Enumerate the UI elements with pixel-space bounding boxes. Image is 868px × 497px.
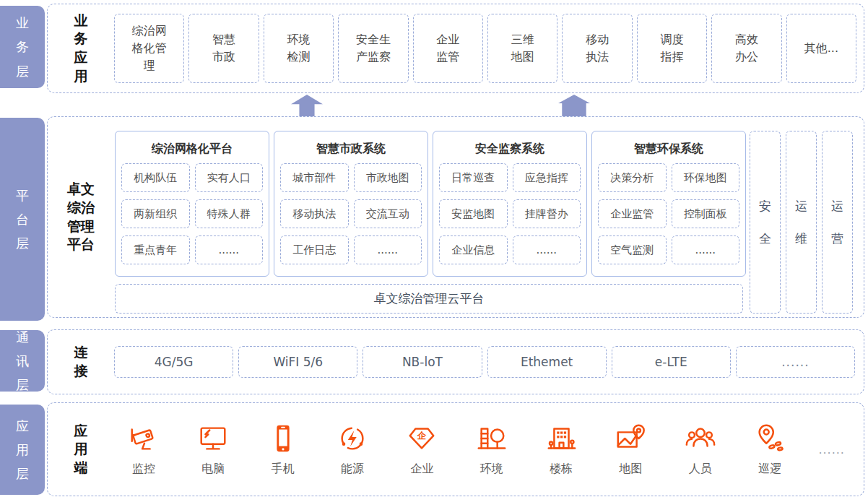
business-items-row: 综治网 格化管 理 智慧 市政 环境 检测 安全生 产监察 企业 监管 三维 地…: [114, 4, 864, 92]
group-title: 综治网格化平台: [121, 134, 263, 163]
app-item-building: 楼栋: [540, 422, 582, 477]
communication-sublabel: 连 接: [48, 330, 114, 394]
business-item: 其他...: [786, 14, 856, 83]
group-item: 市政地图: [354, 163, 422, 192]
group-item: 城市部件: [280, 163, 349, 192]
phone-icon: [266, 422, 300, 455]
patrol-pin-icon: [753, 422, 786, 455]
group-item: 安监地图: [439, 199, 508, 228]
pillar-operation-maintenance: 运 维: [786, 131, 817, 314]
app-item-label: 监控: [132, 462, 155, 477]
app-item-more: ......: [818, 443, 845, 457]
business-item: 智慧 市政: [188, 14, 259, 83]
comm-item: WiFI 5/6: [238, 346, 357, 378]
group-items: 城市部件 市政地图 移动执法 交流互动 工作日志 ......: [280, 163, 422, 264]
comm-item: 4G/5G: [114, 346, 233, 378]
application-layer-container: 应 用 端 监控 电脑: [47, 402, 864, 496]
group-item: 决策分析: [598, 163, 667, 192]
building-icon: [544, 422, 578, 455]
comm-item-more: ......: [736, 346, 855, 378]
business-item: 调度 指挥: [637, 14, 707, 83]
comm-item: NB-loT: [363, 346, 482, 378]
group-item: 企业监管: [598, 199, 667, 228]
group-item: 特殊人群: [195, 199, 264, 228]
app-item-map: 地图: [609, 422, 651, 477]
app-item-label: 巡逻: [758, 462, 781, 477]
app-item-phone: 手机: [262, 422, 304, 477]
enterprise-gem-icon: 企: [405, 422, 438, 455]
app-item-patrol: 巡逻: [749, 422, 791, 477]
communication-layer-container: 连 接 4G/5G WiFI 5/6 NB-loT Ethemet e-LTE …: [47, 329, 864, 394]
group-item: 控制面板: [672, 199, 740, 228]
app-item-label: 手机: [272, 462, 295, 477]
app-item-people: 人员: [680, 422, 721, 477]
group-item: 空气监测: [598, 235, 667, 264]
group-title: 智慧市政系统: [280, 134, 422, 163]
app-item-label: 人员: [689, 462, 712, 477]
platform-layer-tab: 平 台 层: [0, 118, 45, 321]
group-title: 智慧环保系统: [598, 134, 739, 163]
pillar-operations: 运 营: [822, 131, 853, 314]
group-item: 工作日志: [280, 235, 349, 264]
application-items-row: 监控 电脑 手机: [114, 403, 864, 496]
group-item: 日常巡查: [439, 163, 508, 192]
group-items: 决策分析 环保地图 企业监管 控制面板 空气监测 ......: [598, 163, 739, 264]
application-sublabel: 应 用 端: [48, 403, 114, 496]
environment-icon: [475, 422, 508, 455]
platform-content: 综治网格化平台 机构队伍 实有人口 两新组织 特殊人群 重点青年 ...... …: [114, 117, 864, 317]
group-item: 重点青年: [121, 235, 190, 264]
business-sublabel: 业 务 应 用: [48, 4, 114, 92]
comm-item: Ethemet: [487, 346, 607, 378]
business-item: 安全生 产监察: [338, 14, 408, 83]
cloud-platform-box: 卓文综治管理云平台: [115, 284, 743, 314]
app-item-label: 企业: [410, 462, 433, 477]
app-item-monitor: 监控: [123, 422, 165, 477]
up-arrow-icon: [558, 95, 590, 116]
app-item-label: 楼栋: [550, 462, 573, 477]
app-item-label: 地图: [619, 462, 642, 477]
group-items: 日常巡查 应急指挥 安监地图 挂牌督办 企业信息 ......: [439, 163, 581, 264]
group-item: ......: [195, 235, 264, 264]
business-item: 三维 地图: [487, 14, 557, 83]
group-grid-platform: 综治网格化平台 机构队伍 实有人口 两新组织 特殊人群 重点青年 ......: [115, 131, 269, 277]
app-item-label: 能源: [341, 462, 364, 477]
business-layer-tab: 业 务 层: [0, 6, 45, 88]
map-icon: [614, 422, 647, 455]
group-smart-municipal: 智慧市政系统 城市部件 市政地图 移动执法 交流互动 工作日志 ......: [274, 131, 428, 277]
group-smart-environment: 智慧环保系统 决策分析 环保地图 企业监管 控制面板 空气监测 ......: [591, 131, 746, 277]
app-item-enterprise: 企 企业: [401, 422, 443, 477]
application-layer-tab: 应 用 层: [0, 405, 45, 495]
energy-icon: [336, 422, 369, 455]
app-item-label: 环境: [480, 462, 503, 477]
group-item: 交流互动: [354, 199, 422, 228]
business-layer-container: 业 务 应 用 综治网 格化管 理 智慧 市政 环境 检测 安全生 产监察 企业…: [47, 4, 864, 93]
app-item-label: 电脑: [201, 462, 225, 477]
cctv-camera-icon: [127, 422, 160, 455]
group-item: 实有人口: [195, 163, 264, 192]
up-arrow-icon: [291, 95, 323, 116]
business-item: 移动 执法: [562, 14, 632, 83]
platform-sublabel: 卓文 综治 管理 平台: [48, 117, 114, 317]
app-item-computer: 电脑: [192, 422, 234, 477]
group-item: 机构队伍: [121, 163, 190, 192]
app-item-environment: 环境: [471, 422, 513, 477]
comm-item: e-LTE: [612, 346, 731, 378]
platform-layer-container: 卓文 综治 管理 平台 综治网格化平台 机构队伍 实有人口 两新组织 特殊人群 …: [47, 116, 864, 318]
app-item-energy: 能源: [331, 422, 373, 477]
group-item: 环保地图: [672, 163, 740, 192]
business-item: 高效 办公: [711, 14, 781, 83]
business-item: 综治网 格化管 理: [114, 14, 184, 83]
communication-items-row: 4G/5G WiFI 5/6 NB-loT Ethemet e-LTE ....…: [114, 330, 864, 394]
business-item: 环境 检测: [264, 14, 334, 83]
communication-layer-tab: 通 讯 层: [0, 330, 45, 392]
group-item: 移动执法: [280, 199, 349, 228]
group-item: 企业信息: [439, 235, 508, 264]
group-item: ......: [354, 235, 422, 264]
business-item: 企业 监管: [413, 14, 483, 83]
svg-text:企: 企: [417, 430, 427, 441]
group-item: ......: [672, 235, 740, 264]
pillar-security: 安 全: [750, 131, 781, 314]
group-item: 两新组织: [121, 199, 190, 228]
group-safety-supervision: 安全监察系统 日常巡查 应急指挥 安监地图 挂牌督办 企业信息 ......: [433, 131, 587, 277]
platform-groups-row: 综治网格化平台 机构队伍 实有人口 两新组织 特殊人群 重点青年 ...... …: [115, 131, 746, 277]
